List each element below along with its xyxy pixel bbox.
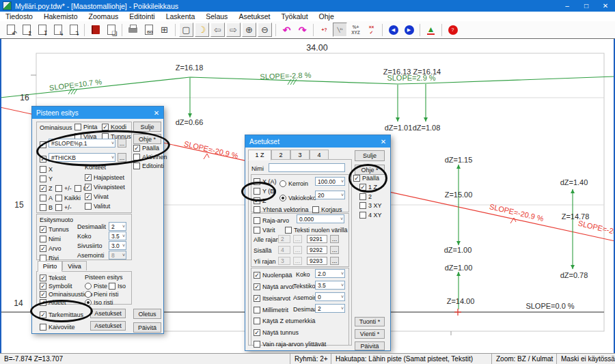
doc-copy-icon[interactable]: ↳ xyxy=(51,23,65,37)
numbering-toggle-icon[interactable]: ╲²¹ xyxy=(333,23,347,37)
pan-left-icon[interactable]: ⇦ xyxy=(210,23,225,37)
kerroin-combo[interactable]: 100.00˅ xyxy=(315,177,345,186)
red-book-icon[interactable] xyxy=(88,23,102,37)
sisalla-color-browse[interactable]: ... xyxy=(293,246,302,254)
k-yt-z-etumerkki-checkbox[interactable]: Käytä Z etumerkkiä xyxy=(254,317,316,324)
tekstit-checkbox[interactable]: ✓Tekstit xyxy=(40,274,66,281)
help-icon[interactable]: ? xyxy=(446,23,460,37)
moon-icon[interactable]: ☽ xyxy=(195,23,209,37)
a-checkbox[interactable]: A xyxy=(40,194,53,201)
vakiokoko-combo[interactable]: 20˅ xyxy=(315,191,345,199)
menu-ty-kalut[interactable]: Työkalut xyxy=(275,12,313,20)
x-a-checkbox[interactable]: X (A) xyxy=(254,178,277,185)
menu-tiedosto[interactable]: Tiedosto xyxy=(0,12,38,20)
alueet-checkbox[interactable]: ✓Alueet xyxy=(40,298,66,306)
tab-viiva[interactable]: Viiva xyxy=(62,261,87,270)
teksti-nuolen-v-rill-checkbox[interactable]: Teksti nuolen värillä xyxy=(285,226,348,234)
page-copy-icon[interactable]: ❏ xyxy=(104,23,118,37)
thickb-attribute-browse-button[interactable]: ... xyxy=(118,153,126,162)
4-xy-checkbox[interactable]: 4 XY xyxy=(359,211,382,219)
millimetrit-checkbox[interactable]: Millimetrit xyxy=(254,306,288,313)
1-z-checkbox[interactable]: ✓1 Z xyxy=(359,183,377,191)
ohje-button-2[interactable]: Ohje * xyxy=(355,165,385,175)
alle-rajan-code-field[interactable]: 9291 xyxy=(307,235,327,243)
tekstikoko-combo[interactable]: 3.5˅ xyxy=(315,281,345,290)
pisteen-esitys-close-icon[interactable]: ✕ xyxy=(151,109,162,117)
menu-hakemisto[interactable]: Hakemisto xyxy=(38,12,83,20)
yhten-vektorina-checkbox[interactable]: Yhtenä vektorina xyxy=(254,206,309,213)
slope-attribute-enable[interactable]: ✓ xyxy=(40,141,46,148)
close-button[interactable]: ✕ xyxy=(596,0,615,12)
sulje-button[interactable]: Sulje xyxy=(133,122,161,132)
desimaalit-combo[interactable]: 2˅ xyxy=(109,222,126,231)
print-icon[interactable] xyxy=(126,23,140,37)
x-checkbox[interactable]: X xyxy=(40,165,53,173)
n-yt-arvot-checkbox[interactable]: ✓Näytä arvot xyxy=(254,283,294,290)
sisalla-code-browse[interactable]: ... xyxy=(330,246,339,254)
y-checkbox[interactable]: Y xyxy=(40,175,53,182)
sulje-button-2[interactable]: Sulje xyxy=(355,150,385,161)
hajapisteet-checkbox[interactable]: ✓Hajapisteet xyxy=(85,173,124,181)
desimaalit-2-combo[interactable]: 2˅ xyxy=(315,304,345,313)
maximize-button[interactable]: □ xyxy=(577,0,596,12)
viivapisteet-checkbox[interactable]: ✓Viivapisteet xyxy=(85,183,125,191)
raja-arvo-combo[interactable]: 0.000˅ xyxy=(297,214,344,223)
b-checkbox[interactable]: B xyxy=(40,204,53,211)
tarkemittaus-checkbox[interactable]: ✓Tarkemittaus xyxy=(40,311,83,318)
z-axis-checkbox[interactable]: ✓Z xyxy=(254,197,266,204)
symbolit-checkbox[interactable]: ✓Symbolit xyxy=(40,282,72,290)
zoom-in-icon[interactable]: ⊕ xyxy=(242,23,256,37)
iso-risti-radio[interactable]: Iso risti xyxy=(85,298,113,306)
y-b-checkbox[interactable]: Y (B) xyxy=(254,187,276,195)
thickb-attribute-combo[interactable]: #THICKB˅ xyxy=(49,153,115,162)
z-checkbox[interactable]: ✓Z xyxy=(40,184,53,192)
b-plus-minus-checkbox[interactable]: +/- xyxy=(55,204,72,211)
p-ivit-button-2[interactable]: Päivitä xyxy=(355,341,385,350)
vain-raja-arvon-ylitt-v-t-checkbox[interactable]: Vain raja-arvon ylittävät xyxy=(254,340,326,348)
valitut-checkbox[interactable]: Valitut xyxy=(85,202,110,210)
kaivoviite-asetukset-button[interactable]: Asetukset xyxy=(90,321,126,331)
korjaus-checkbox[interactable]: Korjaus xyxy=(312,206,342,213)
doc-next-icon[interactable]: ↴ xyxy=(66,23,81,37)
p-ll-checkbox-2[interactable]: ✓Päällä xyxy=(353,174,379,182)
koodi-checkbox[interactable]: ✓Koodi xyxy=(102,123,126,130)
alle-rajan-color-field[interactable]: 2 xyxy=(278,235,290,243)
thickb-attribute-enable[interactable]: ✓ xyxy=(40,155,46,163)
z-plus-minus-checkbox[interactable]: +/- xyxy=(55,184,72,192)
editointi-checkbox[interactable]: Editointi xyxy=(133,162,164,169)
arvo-checkbox[interactable]: ✓Arvo xyxy=(40,244,62,252)
minimize-button[interactable]: – xyxy=(558,0,577,12)
koko-combo[interactable]: 3.5˅ xyxy=(109,232,126,240)
prev-section-icon[interactable]: ◀ xyxy=(386,23,400,37)
yli-rajan-code-field[interactable]: 9293 xyxy=(307,257,327,265)
ohje-button[interactable]: Ohje * xyxy=(133,134,161,144)
layer-2-checkbox[interactable]: 2 xyxy=(359,193,372,200)
asetukset-close-icon[interactable]: ✕ xyxy=(378,138,389,145)
nimi-checkbox[interactable]: Nimi xyxy=(40,235,61,242)
menu-selaus[interactable]: Selaus xyxy=(200,12,233,20)
xyz-scale-icon[interactable]: %+XYZ xyxy=(348,23,363,37)
v-rit-checkbox[interactable]: Värit xyxy=(254,226,275,234)
menu-asetukset[interactable]: Asetukset xyxy=(233,12,275,20)
yli-rajan-code-browse[interactable]: ... xyxy=(330,257,339,265)
menu-ohje[interactable]: Ohje xyxy=(314,12,340,20)
kaivoviite-checkbox[interactable]: Kaivoviite xyxy=(40,323,75,331)
next-section-icon[interactable]: ▶ xyxy=(402,23,416,37)
pieni-risti-radio[interactable]: Pieni risti xyxy=(85,290,119,298)
raja-arvo-checkbox[interactable]: Raja-arvo xyxy=(254,216,289,224)
window-layout-icon[interactable]: ⊞ xyxy=(157,23,172,37)
yli-rajan-color-field[interactable]: 3 xyxy=(278,257,290,265)
alle-rajan-color-browse[interactable]: ... xyxy=(293,235,302,243)
asemointi-2-combo[interactable]: 0˅ xyxy=(315,292,345,301)
nuoli-koko-combo[interactable]: 2.0˅ xyxy=(315,269,345,278)
n-yt-tunnus-checkbox[interactable]: ✓Näytä tunnus xyxy=(254,328,299,336)
itseisarvot-checkbox[interactable]: ✓Itseisarvot xyxy=(254,294,290,302)
tab-2[interactable]: 2 xyxy=(271,150,290,159)
doc-prev-icon[interactable]: ↶ xyxy=(3,23,18,37)
tab-piirto[interactable]: Piirto xyxy=(38,261,62,272)
tuonti-button[interactable]: Tuonti * xyxy=(355,317,385,326)
viivat-checkbox[interactable]: ✓Viivat xyxy=(85,193,109,200)
menu-editointi[interactable]: Editointi xyxy=(124,12,160,20)
slope-attribute-browse-button[interactable]: ... xyxy=(118,139,126,148)
tarkemittaus-asetukset-button[interactable]: Asetukset xyxy=(90,309,126,318)
